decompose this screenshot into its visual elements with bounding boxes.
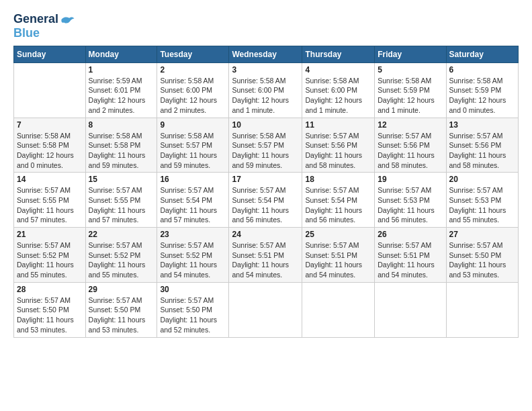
day-info: Sunrise: 5:58 AM Sunset: 5:57 PM Dayligh… <box>160 131 226 171</box>
calendar-cell: 6Sunrise: 5:58 AM Sunset: 5:59 PM Daylig… <box>446 62 518 118</box>
day-info: Sunrise: 5:58 AM Sunset: 5:59 PM Dayligh… <box>449 76 515 116</box>
day-number: 3 <box>232 65 299 75</box>
logo-blue: Blue <box>13 27 75 40</box>
calendar-cell <box>14 62 86 118</box>
calendar-cell: 11Sunrise: 5:57 AM Sunset: 5:56 PM Dayli… <box>302 118 375 173</box>
day-info: Sunrise: 5:57 AM Sunset: 5:50 PM Dayligh… <box>17 295 83 335</box>
day-number: 16 <box>160 175 226 184</box>
day-info: Sunrise: 5:58 AM Sunset: 5:58 PM Dayligh… <box>17 131 83 171</box>
calendar-header-thursday: Thursday <box>302 46 375 62</box>
day-info: Sunrise: 5:58 AM Sunset: 5:57 PM Dayligh… <box>232 131 299 171</box>
header: General Blue <box>13 12 519 40</box>
logo-bird-icon <box>60 12 75 27</box>
calendar-header-monday: Monday <box>85 46 157 62</box>
calendar-cell: 8Sunrise: 5:58 AM Sunset: 5:58 PM Daylig… <box>85 118 157 173</box>
calendar-header-row: SundayMondayTuesdayWednesdayThursdayFrid… <box>14 46 519 62</box>
day-info: Sunrise: 5:57 AM Sunset: 5:55 PM Dayligh… <box>89 185 154 225</box>
day-number: 11 <box>305 120 371 130</box>
day-info: Sunrise: 5:57 AM Sunset: 5:56 PM Dayligh… <box>378 131 443 171</box>
calendar-cell: 16Sunrise: 5:57 AM Sunset: 5:54 PM Dayli… <box>157 173 229 228</box>
day-number: 21 <box>17 230 83 239</box>
day-number: 7 <box>17 120 83 130</box>
day-number: 14 <box>17 175 83 184</box>
day-number: 22 <box>89 230 154 239</box>
calendar-cell <box>302 282 375 337</box>
day-number: 27 <box>449 230 515 239</box>
day-number: 13 <box>449 120 515 130</box>
day-info: Sunrise: 5:57 AM Sunset: 5:52 PM Dayligh… <box>89 240 154 280</box>
day-info: Sunrise: 5:57 AM Sunset: 5:56 PM Dayligh… <box>449 131 515 171</box>
calendar-cell: 4Sunrise: 5:58 AM Sunset: 6:00 PM Daylig… <box>302 62 375 118</box>
calendar-cell: 18Sunrise: 5:57 AM Sunset: 5:54 PM Dayli… <box>302 173 375 228</box>
day-number: 9 <box>160 120 226 130</box>
calendar-header-saturday: Saturday <box>446 46 518 62</box>
day-info: Sunrise: 5:58 AM Sunset: 5:58 PM Dayligh… <box>89 131 154 171</box>
day-info: Sunrise: 5:57 AM Sunset: 5:53 PM Dayligh… <box>449 185 515 225</box>
day-number: 2 <box>160 65 226 75</box>
calendar-header-tuesday: Tuesday <box>157 46 229 62</box>
day-info: Sunrise: 5:57 AM Sunset: 5:51 PM Dayligh… <box>232 240 299 280</box>
day-info: Sunrise: 5:57 AM Sunset: 5:52 PM Dayligh… <box>160 240 226 280</box>
calendar-cell: 19Sunrise: 5:57 AM Sunset: 5:53 PM Dayli… <box>375 173 446 228</box>
day-number: 25 <box>305 230 371 239</box>
calendar-cell: 23Sunrise: 5:57 AM Sunset: 5:52 PM Dayli… <box>157 228 229 283</box>
calendar-cell <box>375 282 446 337</box>
day-info: Sunrise: 5:57 AM Sunset: 5:51 PM Dayligh… <box>378 240 443 280</box>
day-number: 12 <box>378 120 443 130</box>
day-number: 28 <box>17 285 83 294</box>
calendar-week-row: 28Sunrise: 5:57 AM Sunset: 5:50 PM Dayli… <box>14 282 519 337</box>
calendar-cell: 24Sunrise: 5:57 AM Sunset: 5:51 PM Dayli… <box>229 228 302 283</box>
day-number: 10 <box>232 120 299 130</box>
calendar-week-row: 14Sunrise: 5:57 AM Sunset: 5:55 PM Dayli… <box>14 173 519 228</box>
calendar-cell: 1Sunrise: 5:59 AM Sunset: 6:01 PM Daylig… <box>85 62 157 118</box>
day-number: 18 <box>305 175 371 184</box>
day-info: Sunrise: 5:57 AM Sunset: 5:50 PM Dayligh… <box>160 295 226 335</box>
day-info: Sunrise: 5:57 AM Sunset: 5:56 PM Dayligh… <box>305 131 371 171</box>
calendar-cell: 30Sunrise: 5:57 AM Sunset: 5:50 PM Dayli… <box>157 282 229 337</box>
calendar-header-wednesday: Wednesday <box>229 46 302 62</box>
calendar-cell: 3Sunrise: 5:58 AM Sunset: 6:00 PM Daylig… <box>229 62 302 118</box>
day-info: Sunrise: 5:57 AM Sunset: 5:50 PM Dayligh… <box>449 240 515 280</box>
day-info: Sunrise: 5:58 AM Sunset: 6:00 PM Dayligh… <box>232 76 299 116</box>
day-number: 4 <box>305 65 371 75</box>
logo: General Blue <box>13 12 75 40</box>
day-number: 29 <box>89 285 154 294</box>
calendar-cell: 29Sunrise: 5:57 AM Sunset: 5:50 PM Dayli… <box>85 282 157 337</box>
day-number: 20 <box>449 175 515 184</box>
day-number: 26 <box>378 230 443 239</box>
calendar-header-friday: Friday <box>375 46 446 62</box>
calendar-cell <box>446 282 518 337</box>
calendar-cell: 12Sunrise: 5:57 AM Sunset: 5:56 PM Dayli… <box>375 118 446 173</box>
day-number: 23 <box>160 230 226 239</box>
calendar-week-row: 7Sunrise: 5:58 AM Sunset: 5:58 PM Daylig… <box>14 118 519 173</box>
day-info: Sunrise: 5:57 AM Sunset: 5:54 PM Dayligh… <box>232 185 299 225</box>
calendar-cell: 15Sunrise: 5:57 AM Sunset: 5:55 PM Dayli… <box>85 173 157 228</box>
day-info: Sunrise: 5:58 AM Sunset: 6:00 PM Dayligh… <box>305 76 371 116</box>
day-info: Sunrise: 5:57 AM Sunset: 5:53 PM Dayligh… <box>378 185 443 225</box>
day-number: 24 <box>232 230 299 239</box>
day-info: Sunrise: 5:57 AM Sunset: 5:55 PM Dayligh… <box>17 185 83 225</box>
calendar-cell: 9Sunrise: 5:58 AM Sunset: 5:57 PM Daylig… <box>157 118 229 173</box>
day-info: Sunrise: 5:57 AM Sunset: 5:52 PM Dayligh… <box>17 240 83 280</box>
calendar-cell: 25Sunrise: 5:57 AM Sunset: 5:51 PM Dayli… <box>302 228 375 283</box>
day-info: Sunrise: 5:57 AM Sunset: 5:50 PM Dayligh… <box>89 295 154 335</box>
calendar-header-sunday: Sunday <box>14 46 86 62</box>
calendar-cell: 7Sunrise: 5:58 AM Sunset: 5:58 PM Daylig… <box>14 118 86 173</box>
day-info: Sunrise: 5:59 AM Sunset: 6:01 PM Dayligh… <box>89 76 154 116</box>
calendar-cell: 2Sunrise: 5:58 AM Sunset: 6:00 PM Daylig… <box>157 62 229 118</box>
calendar-cell: 13Sunrise: 5:57 AM Sunset: 5:56 PM Dayli… <box>446 118 518 173</box>
day-number: 30 <box>160 285 226 294</box>
calendar-cell: 20Sunrise: 5:57 AM Sunset: 5:53 PM Dayli… <box>446 173 518 228</box>
day-number: 15 <box>89 175 154 184</box>
day-number: 1 <box>89 65 154 75</box>
day-number: 6 <box>449 65 515 75</box>
calendar-week-row: 21Sunrise: 5:57 AM Sunset: 5:52 PM Dayli… <box>14 228 519 283</box>
calendar: SundayMondayTuesdayWednesdayThursdayFrid… <box>13 46 519 338</box>
calendar-cell: 17Sunrise: 5:57 AM Sunset: 5:54 PM Dayli… <box>229 173 302 228</box>
calendar-cell: 27Sunrise: 5:57 AM Sunset: 5:50 PM Dayli… <box>446 228 518 283</box>
day-number: 17 <box>232 175 299 184</box>
calendar-cell: 28Sunrise: 5:57 AM Sunset: 5:50 PM Dayli… <box>14 282 86 337</box>
day-number: 19 <box>378 175 443 184</box>
day-info: Sunrise: 5:57 AM Sunset: 5:54 PM Dayligh… <box>160 185 226 225</box>
calendar-cell: 22Sunrise: 5:57 AM Sunset: 5:52 PM Dayli… <box>85 228 157 283</box>
